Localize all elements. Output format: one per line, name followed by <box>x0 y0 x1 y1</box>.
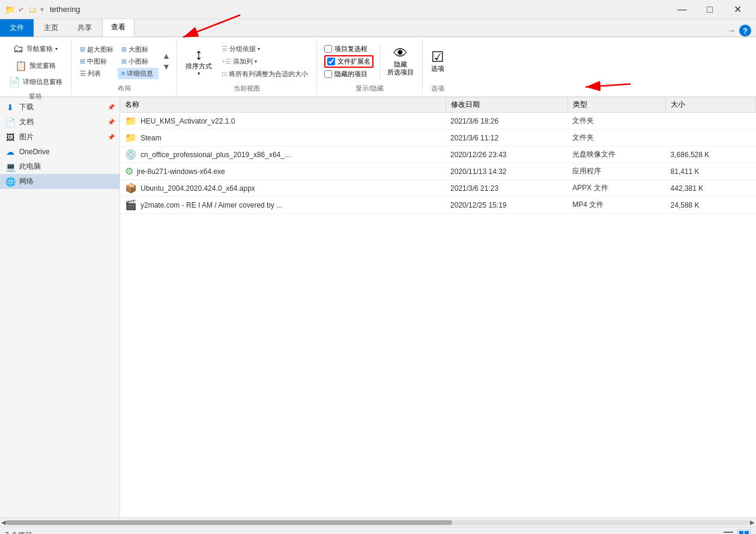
file-extension-checkbox[interactable] <box>327 58 335 65</box>
item-checkbox-option[interactable]: 项目复选框 <box>324 44 373 53</box>
ribbon-tabs: 文件 主页 共享 查看 → ? <box>0 19 756 37</box>
ribbon-content: 🗂 导航窗格 ▾ 📋 预览窗格 📄 详细信息窗格 窗格 ⊞ 超大图标 <box>0 37 756 97</box>
sidebar-item-onedrive[interactable]: ☁ OneDrive <box>0 145 119 159</box>
panes-content: 🗂 导航窗格 ▾ 📋 预览窗格 📄 详细信息窗格 <box>5 41 66 89</box>
pictures-icon: 🖼 <box>5 133 16 142</box>
tab-view[interactable]: 查看 <box>102 18 135 37</box>
sep <box>380 43 380 79</box>
sidebar-item-download[interactable]: ⬇ 下载 📌 <box>0 100 119 115</box>
table-row[interactable]: 📁 HEU_KMS_Activator_v22.1.0 2021/3/6 18:… <box>120 113 756 130</box>
file-size <box>666 130 756 146</box>
show-hide-content: 项目复选框 文件扩展名 隐藏的项目 👁 隐藏所选项目 <box>322 41 417 82</box>
hidden-items-option[interactable]: 隐藏的项目 <box>324 70 373 79</box>
file-extension-option[interactable]: 文件扩展名 <box>324 55 373 68</box>
list-view-status-btn[interactable] <box>737 529 751 535</box>
options-button[interactable]: ☑ 选项 <box>428 47 448 76</box>
col-size[interactable]: 大小 <box>666 97 756 113</box>
onedrive-icon: ☁ <box>5 147 16 157</box>
sidebar-label-network: 网络 <box>19 176 34 187</box>
col-name[interactable]: 名称 <box>120 97 446 113</box>
file-type: MP4 文件 <box>567 197 665 214</box>
tab-share[interactable]: 共享 <box>68 19 101 37</box>
file-name: ⚙ jre-8u271-windows-x64.exe <box>120 163 446 180</box>
view-buttons <box>721 529 751 535</box>
network-icon: 🌐 <box>5 177 16 187</box>
scrollbar-track[interactable] <box>6 520 750 525</box>
file-name: 📁 HEU_KMS_Activator_v22.1.0 <box>120 113 446 130</box>
steam-folder-icon: 📁 Steam <box>125 132 162 143</box>
fit-all-columns-button[interactable]: ⊡ 将所有列调整为合适的大小 <box>218 68 312 80</box>
layout-scroll-up[interactable]: ▲ <box>162 51 172 61</box>
nav-right-arrow[interactable]: → <box>727 26 736 35</box>
sidebar: ⬇ 下载 📌 📄 文档 📌 🖼 图片 📌 ☁ OneDrive 💻 此电脑 🌐 … <box>0 97 120 517</box>
status-bar: 7 个项目 <box>0 527 756 534</box>
tab-home[interactable]: 主页 <box>35 19 67 37</box>
pin-icon-3: 📌 <box>107 134 115 140</box>
sidebar-item-network[interactable]: 🌐 网络 <box>0 174 119 189</box>
sidebar-item-pictures[interactable]: 🖼 图片 📌 <box>0 130 119 145</box>
layout-scroll-down[interactable]: ▼ <box>162 62 172 71</box>
maximize-button[interactable]: □ <box>696 0 724 19</box>
group-by-button[interactable]: ☰ 分组依据 ▾ <box>218 43 312 55</box>
details-pane-button[interactable]: 📄 详细信息窗格 <box>5 74 66 89</box>
svg-rect-5 <box>745 531 749 535</box>
list-view-button[interactable]: ☰ 列表 <box>76 68 117 79</box>
sidebar-item-documents[interactable]: 📄 文档 📌 <box>0 115 119 130</box>
mp4-icon: 🎬 y2mate.com - RE I AM / Aimer covered b… <box>125 199 282 211</box>
large-icons-button[interactable]: ⊞ 大图标 <box>118 44 159 55</box>
options-content: ☑ 选项 <box>428 41 448 82</box>
table-row[interactable]: 📦 Ubuntu_2004.2020.424.0_x64.appx 2021/3… <box>120 180 756 197</box>
appx-icon: 📦 Ubuntu_2004.2020.424.0_x64.appx <box>125 182 255 194</box>
scroll-left-btn[interactable]: ◀ <box>1 519 6 526</box>
close-button[interactable]: ✕ <box>724 0 751 19</box>
details-view-status-btn[interactable] <box>721 529 736 535</box>
table-row[interactable]: ⚙ jre-8u271-windows-x64.exe 2020/11/13 1… <box>120 163 756 180</box>
nav-pane-button[interactable]: 🗂 导航窗格 ▾ <box>5 41 66 57</box>
file-type: 应用程序 <box>567 163 665 180</box>
file-date: 2021/3/6 11:12 <box>446 130 567 146</box>
file-name: 📦 Ubuntu_2004.2020.424.0_x64.appx <box>120 180 446 197</box>
sidebar-item-this-pc[interactable]: 💻 此电脑 <box>0 159 119 174</box>
hide-selected-button[interactable]: 👁 隐藏所选项目 <box>384 44 417 79</box>
col-type[interactable]: 类型 <box>567 97 665 113</box>
tab-file[interactable]: 文件 <box>0 19 34 37</box>
qat-icon-3[interactable]: 🗂 <box>28 5 37 14</box>
svg-rect-0 <box>724 532 733 533</box>
scroll-right-btn[interactable]: ▶ <box>750 519 755 526</box>
item-checkbox-input[interactable] <box>324 45 332 53</box>
preview-pane-button[interactable]: 📋 预览窗格 <box>5 58 66 73</box>
table-row[interactable]: 🎬 y2mate.com - RE I AM / Aimer covered b… <box>120 197 756 214</box>
minimize-button[interactable]: — <box>668 0 696 19</box>
sidebar-label-documents: 文档 <box>19 117 34 127</box>
table-row[interactable]: 📁 Steam 2021/3/6 11:12 文件夹 <box>120 130 756 146</box>
file-date: 2020/12/26 23:43 <box>446 146 567 163</box>
qat-icon-2[interactable]: 🗸 <box>17 5 26 14</box>
horizontal-scrollbar[interactable]: ◀ ▶ <box>0 517 756 527</box>
extra-large-icons-button[interactable]: ⊞ 超大图标 <box>76 44 117 55</box>
file-size <box>666 113 756 130</box>
sort-button[interactable]: ↕ 排序方式 ▾ <box>182 44 216 79</box>
details-view-button[interactable]: ≡ 详细信息 <box>118 68 159 79</box>
hidden-items-checkbox[interactable] <box>324 70 332 78</box>
qat-icon-1[interactable]: 📁 <box>5 5 15 14</box>
file-size: 3,686,528 K <box>666 146 756 163</box>
ribbon-group-show-hide: 项目复选框 文件扩展名 隐藏的项目 👁 隐藏所选项目 显示/隐藏 <box>317 40 423 94</box>
file-type: 光盘映像文件 <box>567 146 665 163</box>
medium-icons-button[interactable]: ⊞ 中图标 <box>76 56 117 67</box>
options-label: 选项 <box>431 82 444 93</box>
title-bar: 📁 🗸 🗂 ▾ tethering — □ ✕ <box>0 0 756 19</box>
file-type: APPX 文件 <box>567 180 665 197</box>
col-date[interactable]: 修改日期 <box>446 97 567 113</box>
help-icon[interactable]: ? <box>739 25 751 37</box>
ribbon-group-layout: ⊞ 超大图标 ⊞ 大图标 ⊞ 中图标 ⊞ 小图标 ☰ 列表 ≡ 详细信息 <box>71 40 177 94</box>
download-icon: ⬇ <box>5 103 16 112</box>
file-type: 文件夹 <box>567 113 665 130</box>
small-icons-button[interactable]: ⊞ 小图标 <box>118 56 159 67</box>
main-layout: ⬇ 下载 📌 📄 文档 📌 🖼 图片 📌 ☁ OneDrive 💻 此电脑 🌐 … <box>0 97 756 517</box>
add-column-button[interactable]: +☰ 添加列 ▾ <box>218 56 312 67</box>
layout-label: 布局 <box>118 82 131 93</box>
file-name: 💿 cn_office_professional_plus_2019_x86_x… <box>120 146 446 163</box>
iso-icon: 💿 cn_office_professional_plus_2019_x86_x… <box>125 149 291 160</box>
scrollbar-thumb[interactable] <box>6 520 452 525</box>
table-row[interactable]: 💿 cn_office_professional_plus_2019_x86_x… <box>120 146 756 163</box>
